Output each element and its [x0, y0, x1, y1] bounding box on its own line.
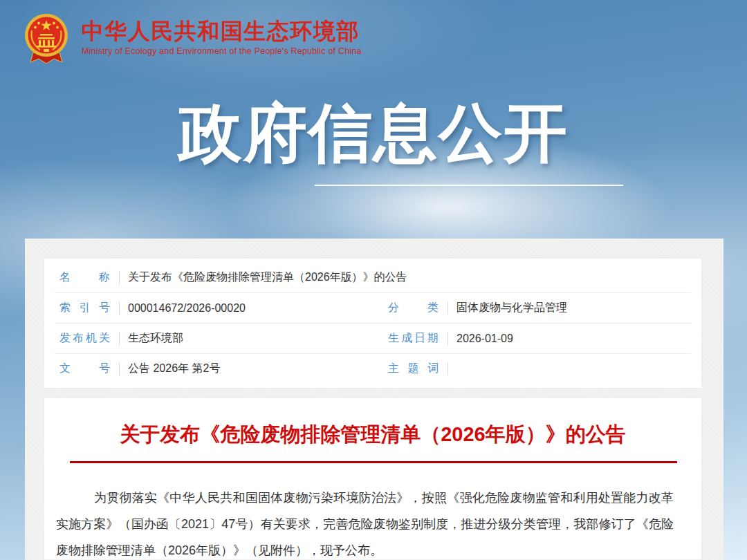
- label-divider: [119, 271, 120, 284]
- meta-value-category: 固体废物与化学品管理: [456, 301, 567, 315]
- meta-row-docno-subject: 文号 公告 2026年 第2号 主题词: [44, 354, 701, 384]
- meta-value-name: 关于发布《危险废物排除管理清单（2026年版）》的公告: [128, 270, 407, 285]
- meta-row-name: 名称 关于发布《危险废物排除管理清单（2026年版）》的公告: [44, 263, 701, 292]
- banner-underline: [315, 185, 623, 186]
- meta-label-doc-no: 文号: [59, 362, 110, 376]
- content-wrapper: 名称 关于发布《危险废物排除管理清单（2026年版）》的公告 索引号 00001…: [25, 239, 723, 560]
- meta-label-subject: 主题词: [388, 362, 439, 376]
- site-header-logo[interactable]: 中华人民共和国生态环境部 Ministry of Ecology and Env…: [24, 12, 362, 71]
- title-underline-rule: [70, 461, 677, 463]
- meta-label-issuer: 发布机关: [59, 331, 110, 346]
- meta-value-date: 2026-01-09: [456, 333, 513, 345]
- meta-label-index: 索引号: [59, 301, 110, 315]
- meta-label-name: 名称: [59, 270, 110, 285]
- meta-row-issuer-date: 发布机关 生态环境部 生成日期 2026-01-09: [44, 324, 701, 353]
- label-divider: [448, 301, 448, 315]
- article-body-paragraph: 为贯彻落实《中华人民共和国固体废物污染环境防治法》，按照《强化危险废物监管和利用…: [44, 485, 701, 560]
- meta-value-issuer: 生态环境部: [128, 331, 183, 346]
- ministry-name-en: Ministry of Ecology and Environment of t…: [82, 46, 362, 56]
- meta-label-date: 生成日期: [388, 331, 439, 346]
- ministry-name-cn: 中华人民共和国生态环境部: [82, 20, 362, 42]
- document-meta-card: 名称 关于发布《危险废物排除管理清单（2026年版）》的公告 索引号 00001…: [44, 258, 702, 389]
- meta-label-category: 分类: [388, 301, 439, 315]
- label-divider: [119, 301, 120, 315]
- label-divider: [448, 332, 448, 345]
- article-card: 关于发布《危险废物排除管理清单（2026年版）》的公告 为贯彻落实《中华人民共和…: [44, 398, 702, 560]
- meta-row-index-category: 索引号 000014672/2026-00020 分类 固体废物与化学品管理: [44, 293, 701, 323]
- label-divider: [119, 332, 120, 345]
- article-title: 关于发布《危险废物排除管理清单（2026年版）》的公告: [58, 420, 688, 448]
- meta-value-index: 000014672/2026-00020: [128, 302, 246, 315]
- label-divider: [448, 362, 448, 375]
- label-divider: [119, 362, 120, 375]
- china-national-emblem-icon: [24, 12, 69, 71]
- ministry-title-block: 中华人民共和国生态环境部 Ministry of Ecology and Env…: [82, 12, 362, 56]
- page-title: 政府信息公开: [0, 97, 747, 170]
- meta-value-doc-no: 公告 2026年 第2号: [128, 362, 220, 376]
